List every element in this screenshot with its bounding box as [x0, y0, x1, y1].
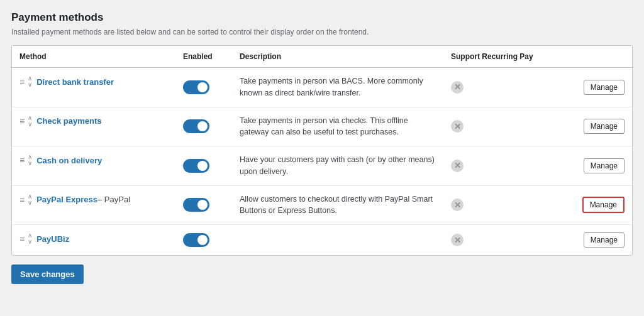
enabled-cell [175, 146, 232, 186]
manage-button[interactable]: Manage [584, 232, 625, 248]
no-support-icon: ✕ [451, 160, 464, 172]
recurring-cell: ✕ [443, 225, 569, 256]
table-row: ≡ ∧ ∨ Cash on delivery Have your custome… [12, 146, 632, 186]
page-subtitle: Installed payment methods are listed bel… [11, 28, 633, 36]
no-support-icon: ✕ [451, 81, 464, 94]
drag-handle-icon[interactable]: ≡ [19, 155, 25, 165]
action-cell: Manage [569, 146, 632, 186]
description-cell: Have your customers pay with cash (or by… [232, 146, 443, 186]
recurring-cell: ✕ [443, 68, 569, 107]
sort-up-button[interactable]: ∧ [27, 193, 33, 200]
drag-handle-icon[interactable]: ≡ [19, 77, 25, 87]
enabled-cell [175, 107, 232, 146]
col-header-action [569, 46, 632, 68]
enabled-cell [175, 185, 232, 225]
description-text: Take payments in person via checks. This… [240, 116, 408, 137]
drag-handle-icon[interactable]: ≡ [19, 195, 25, 205]
enabled-cell [175, 225, 232, 256]
drag-handle-icon[interactable]: ≡ [19, 234, 25, 244]
method-cell: ≡ ∧ ∨ Check payments [12, 107, 175, 146]
method-suffix: – PayPal [97, 195, 130, 204]
description-cell: Take payments in person via checks. This… [232, 107, 443, 146]
table-row: ≡ ∧ ∨ Check payments Take payments in pe… [12, 107, 632, 146]
payment-methods-table: Method Enabled Description Support Recur… [12, 46, 632, 255]
sort-down-button[interactable]: ∨ [27, 200, 33, 206]
recurring-cell: ✕ [443, 185, 569, 225]
enabled-toggle[interactable] [183, 119, 209, 133]
table-row: ≡ ∧ ∨ PayUBiz ✕Manage [12, 225, 632, 256]
description-text: Take payments in person via BACS. More c… [240, 77, 423, 97]
col-header-recurring: Support Recurring Pay [443, 46, 569, 68]
col-header-description: Description [232, 46, 443, 68]
method-cell: ≡ ∧ ∨ Direct bank transfer [12, 68, 175, 107]
no-support-icon: ✕ [451, 120, 464, 133]
method-cell: ≡ ∧ ∨ PayPal Express – PayPal [12, 185, 175, 225]
action-cell: Manage [569, 225, 632, 256]
col-header-method: Method [12, 46, 175, 68]
sort-up-button[interactable]: ∧ [27, 115, 33, 121]
method-name-link[interactable]: Direct bank transfer [36, 77, 114, 87]
sort-down-button[interactable]: ∨ [27, 160, 33, 166]
enabled-toggle[interactable] [183, 198, 209, 212]
description-cell: Take payments in person via BACS. More c… [232, 68, 443, 107]
method-name-link[interactable]: PayPal Express [36, 195, 97, 204]
action-cell: Manage [569, 107, 632, 146]
manage-button[interactable]: Manage [582, 197, 625, 213]
page-title: Payment methods [11, 11, 633, 24]
no-support-icon: ✕ [451, 234, 464, 246]
enabled-cell [175, 68, 232, 107]
method-cell: ≡ ∧ ∨ Cash on delivery [12, 146, 175, 186]
save-changes-button[interactable]: Save changes [11, 264, 84, 284]
method-cell: ≡ ∧ ∨ PayUBiz [12, 225, 175, 256]
enabled-toggle[interactable] [183, 159, 209, 173]
manage-button[interactable]: Manage [584, 158, 625, 173]
sort-down-button[interactable]: ∨ [27, 239, 33, 245]
table-row: ≡ ∧ ∨ Direct bank transfer Take payments… [12, 68, 632, 107]
enabled-toggle[interactable] [183, 80, 209, 94]
no-support-icon: ✕ [451, 199, 464, 211]
method-name-link[interactable]: PayUBiz [36, 234, 69, 244]
action-cell: Manage [569, 68, 632, 107]
drag-handle-icon[interactable]: ≡ [19, 116, 25, 126]
description-cell: Allow customers to checkout directly wit… [232, 185, 443, 225]
action-cell: Manage [569, 185, 632, 225]
method-name-link[interactable]: Check payments [36, 116, 101, 126]
sort-down-button[interactable]: ∨ [27, 121, 33, 128]
sort-down-button[interactable]: ∨ [27, 82, 33, 88]
manage-button[interactable]: Manage [584, 119, 625, 134]
payment-methods-table-wrap: Method Enabled Description Support Recur… [11, 45, 633, 256]
method-name-link[interactable]: Cash on delivery [36, 156, 102, 165]
recurring-cell: ✕ [443, 146, 569, 186]
description-text: Allow customers to checkout directly wit… [240, 195, 433, 215]
enabled-toggle[interactable] [183, 233, 209, 247]
description-text: Have your customers pay with cash (or by… [240, 155, 435, 176]
table-row: ≡ ∧ ∨ PayPal Express – PayPal Allow cust… [12, 185, 632, 225]
recurring-cell: ✕ [443, 107, 569, 146]
description-cell [232, 225, 443, 256]
col-header-enabled: Enabled [175, 46, 232, 68]
manage-button[interactable]: Manage [584, 80, 625, 95]
